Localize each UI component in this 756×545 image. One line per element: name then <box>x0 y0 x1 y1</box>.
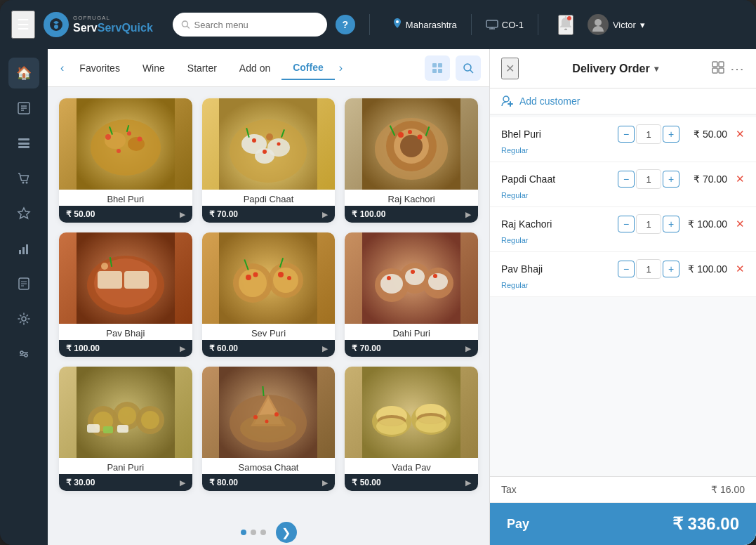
user-avatar <box>588 14 609 35</box>
qty-decrease-bhel-puri[interactable]: − <box>618 126 635 143</box>
qty-decrease-papdi-chaat[interactable]: − <box>618 171 635 188</box>
svg-rect-104 <box>87 424 100 433</box>
tab-next-button[interactable]: › <box>335 59 347 77</box>
header-user[interactable]: Victor ▾ <box>588 14 645 35</box>
food-image-pav-bhaji <box>59 232 192 324</box>
order-grid-button[interactable] <box>712 61 724 77</box>
tab-favorites[interactable]: Favorites <box>68 57 131 79</box>
svg-rect-33 <box>438 63 442 67</box>
header-counter: CO-1 <box>486 20 524 30</box>
qty-input-bhel-puri[interactable] <box>636 124 661 144</box>
sidebar-item-orders[interactable] <box>8 93 39 124</box>
food-image-pani-puri <box>59 367 192 458</box>
food-name-papdi-chaat: Papdi Chaat <box>202 190 336 206</box>
pagination-next-button[interactable]: ❯ <box>276 522 297 543</box>
svg-rect-15 <box>18 138 29 140</box>
order-more-button[interactable]: ⋯ <box>730 60 745 77</box>
food-card-bhel-puri[interactable]: Bhel Puri ₹ 50.00 ▶ <box>59 98 192 223</box>
sidebar-item-invoices[interactable] <box>8 268 39 299</box>
food-price-dahi-puri: ₹ 70.00 ▶ <box>345 340 478 357</box>
sidebar-item-feedback[interactable] <box>8 198 39 229</box>
food-card-papdi-chaat[interactable]: Papdi Chaat ₹ 70.00 ▶ <box>202 98 336 223</box>
food-price-arrow: ▶ <box>180 211 185 218</box>
header-location: Maharashtra <box>392 18 457 31</box>
food-price-arrow-8: ▶ <box>322 479 328 487</box>
svg-rect-128 <box>719 68 724 73</box>
qty-increase-pav-bhaji[interactable]: + <box>663 261 679 277</box>
svg-point-129 <box>503 96 509 102</box>
order-close-button[interactable]: ✕ <box>501 58 519 79</box>
sidebar-item-settings[interactable] <box>8 303 39 334</box>
food-price-arrow-6: ▶ <box>465 345 471 353</box>
food-card-vada-pav[interactable]: Vada Pav ₹ 50.00 ▶ <box>345 367 478 491</box>
food-card-raj-kachori[interactable]: Raj Kachori ₹ 100.00 ▶ <box>345 98 478 223</box>
svg-point-94 <box>387 276 391 280</box>
add-customer-icon <box>501 96 514 107</box>
search-input[interactable] <box>194 20 319 30</box>
page-dot-1 <box>241 530 246 535</box>
search-menu-button[interactable] <box>456 55 481 81</box>
food-card-samosa-chaat[interactable]: Samosa Chaat ₹ 80.00 ▶ <box>202 367 336 491</box>
add-customer-button[interactable]: Add customer <box>490 88 756 114</box>
food-name-bhel-puri: Bhel Puri <box>59 190 192 206</box>
counter-icon <box>486 20 498 29</box>
svg-point-112 <box>253 415 258 419</box>
qty-input-pav-bhaji[interactable] <box>636 259 661 279</box>
tab-starter[interactable]: Starter <box>176 57 228 79</box>
menu-toggle-button[interactable]: ☰ <box>11 11 35 39</box>
order-item-price-raj-kachori: ₹ 100.00 <box>685 218 727 230</box>
svg-point-81 <box>246 275 251 280</box>
svg-point-64 <box>398 132 404 138</box>
order-items-list: Bhel Puri − + ₹ 50.00 ✕ Regular Pap <box>490 114 756 476</box>
svg-rect-32 <box>432 63 437 67</box>
bell-button[interactable] <box>558 15 573 35</box>
food-card-pani-puri[interactable]: Pani Puri ₹ 30.00 ▶ <box>59 367 192 491</box>
qty-increase-raj-kachori[interactable]: + <box>663 216 679 232</box>
search-bar[interactable] <box>173 13 327 37</box>
svg-rect-126 <box>719 62 724 67</box>
order-item-delete-papdi-chaat[interactable]: ✕ <box>736 173 745 185</box>
grid-view-button[interactable] <box>425 55 450 81</box>
order-item-raj-kachori: Raj Kachori − + ₹ 100.00 ✕ Regular <box>490 207 756 252</box>
qty-input-papdi-chaat[interactable] <box>636 169 661 189</box>
svg-point-74 <box>101 263 108 270</box>
pay-button[interactable]: Pay ₹ 336.00 <box>490 503 756 545</box>
svg-point-114 <box>265 420 269 423</box>
tab-addon[interactable]: Add on <box>228 57 281 79</box>
sidebar-item-reports[interactable] <box>8 233 39 264</box>
order-item-name-bhel-puri: Bhel Puri <box>501 129 612 140</box>
food-price-samosa-chaat: ₹ 80.00 ▶ <box>202 474 336 491</box>
tab-coffee[interactable]: Coffee <box>281 56 335 80</box>
food-card-dahi-puri[interactable]: Dahi Puri ₹ 70.00 ▶ <box>345 232 478 357</box>
sidebar-item-home[interactable]: 🏠 <box>8 58 39 88</box>
food-image-bhel-puri <box>59 98 192 190</box>
qty-decrease-pav-bhaji[interactable]: − <box>618 261 635 277</box>
food-card-sev-puri[interactable]: Sev Puri ₹ 60.00 ▶ <box>202 232 336 357</box>
order-item-delete-raj-kachori[interactable]: ✕ <box>736 218 745 230</box>
svg-point-42 <box>105 134 111 140</box>
tab-wine[interactable]: Wine <box>131 57 176 79</box>
user-name: Victor <box>613 20 636 30</box>
svg-point-54 <box>277 143 281 146</box>
qty-input-raj-kachori[interactable] <box>636 214 661 234</box>
svg-rect-35 <box>438 69 442 73</box>
header-divider-3 <box>538 14 538 35</box>
order-item-delete-pav-bhaji[interactable]: ✕ <box>736 263 745 275</box>
qty-increase-bhel-puri[interactable]: + <box>663 126 679 143</box>
qty-decrease-raj-kachori[interactable]: − <box>618 216 635 232</box>
order-item-delete-bhel-puri[interactable]: ✕ <box>736 128 745 140</box>
sidebar-item-cart[interactable] <box>8 163 39 194</box>
sidebar-item-menu[interactable] <box>8 128 39 159</box>
svg-point-30 <box>20 351 23 354</box>
food-price-pav-bhaji: ₹ 100.00 ▶ <box>59 340 192 357</box>
food-price-arrow-5: ▶ <box>322 345 328 353</box>
qty-increase-papdi-chaat[interactable]: + <box>663 171 679 188</box>
food-price-papdi-chaat: ₹ 70.00 ▶ <box>202 206 336 223</box>
food-card-pav-bhaji[interactable]: Pav Bhaji ₹ 100.00 ▶ <box>59 232 192 357</box>
order-item-papdi-chaat: Papdi Chaat − + ₹ 70.00 ✕ Regular <box>490 162 756 207</box>
sidebar-item-tools[interactable] <box>8 339 39 369</box>
tab-prev-button[interactable]: ‹ <box>56 59 68 77</box>
search-menu-icon <box>463 63 474 74</box>
logo-area: GOFRUGAL ServServQuick <box>44 12 153 37</box>
help-button[interactable]: ? <box>336 15 355 34</box>
